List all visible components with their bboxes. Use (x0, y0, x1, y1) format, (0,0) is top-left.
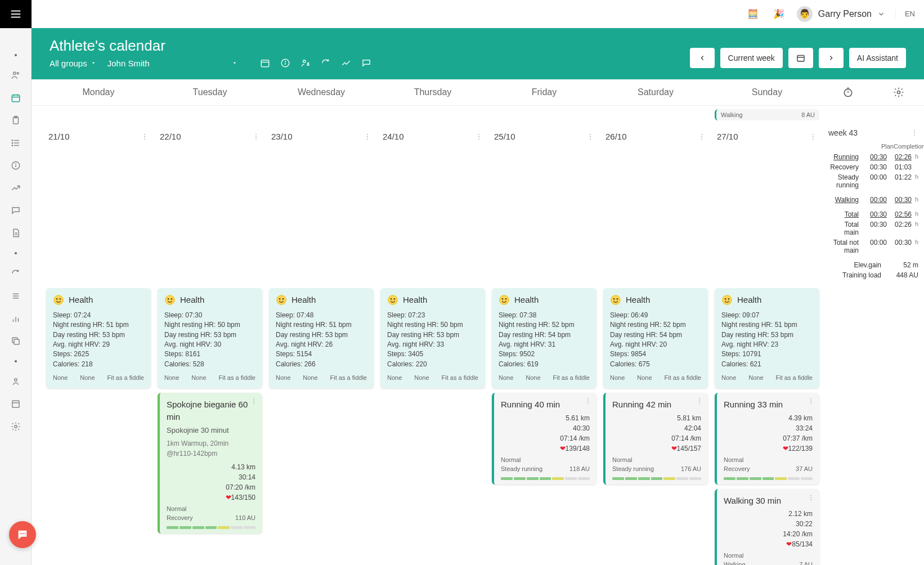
confetti-icon[interactable]: 🎉 (771, 6, 787, 22)
svg-point-77 (60, 298, 61, 300)
chevron-right-icon (827, 54, 835, 62)
nav-separator (15, 54, 17, 56)
nav-list-icon[interactable] (9, 136, 23, 150)
day-menu-icon[interactable] (475, 133, 483, 141)
card-menu-icon[interactable] (250, 397, 258, 405)
health-card[interactable]: HealthSleep: 07:48Night resting HR: 51 b… (269, 288, 374, 388)
activity-card[interactable]: Spokojne bieganie 60 minSpokojnie 30 min… (158, 393, 262, 533)
day-menu-icon[interactable] (698, 133, 706, 141)
health-title: Health (403, 294, 427, 306)
health-calories: Calories: 675 (610, 360, 701, 369)
nav-settings-icon[interactable] (9, 420, 23, 433)
svg-point-70 (813, 136, 814, 137)
svg-rect-45 (797, 55, 804, 61)
share-athlete-icon[interactable] (300, 58, 311, 68)
svg-point-88 (391, 298, 392, 300)
health-day-hr: Day resting HR: 53 bpm (53, 330, 144, 340)
health-calories: Calories: 266 (276, 360, 367, 369)
health-steps: Steps: 3405 (387, 349, 478, 359)
day-menu-icon[interactable] (252, 133, 260, 141)
current-week-button[interactable]: Current week (720, 48, 783, 68)
health-card[interactable]: HealthSleep: 07:24Night resting HR: 51 b… (46, 288, 151, 388)
group-dropdown[interactable]: All groups (50, 59, 96, 68)
user-menu[interactable]: 👨 Garry Person (797, 6, 885, 22)
card-menu-icon[interactable] (584, 397, 592, 405)
health-card[interactable]: HealthSleep: 07:30Night resting HR: 50 b… (158, 288, 262, 388)
health-card[interactable]: HealthSleep: 09:07Night resting HR: 51 b… (715, 288, 819, 388)
activity-title: Running 40 min (501, 398, 590, 411)
language-selector[interactable]: EN (895, 10, 915, 18)
nav-trend-icon[interactable] (9, 181, 23, 195)
info-icon[interactable] (280, 58, 290, 68)
next-week-button[interactable] (819, 48, 844, 68)
nav-clipboard-icon[interactable] (9, 114, 23, 127)
health-card[interactable]: HealthSleep: 07:23Night resting HR: 50 b… (380, 288, 485, 388)
comment-icon[interactable] (361, 58, 371, 68)
nav-info-icon[interactable] (9, 159, 23, 172)
activity-feel: Normal (724, 456, 750, 465)
activity-card[interactable]: Walking 8 AU (715, 109, 819, 120)
nav-calendar-icon[interactable] (9, 91, 23, 105)
svg-point-104 (728, 298, 730, 300)
gear-icon[interactable] (893, 87, 904, 98)
card-menu-icon[interactable] (807, 494, 815, 501)
nav-person-icon[interactable] (9, 375, 23, 388)
activity-distance: 5.81 km (612, 413, 701, 423)
nav-copy-icon[interactable] (9, 334, 23, 348)
nav-analytics-icon[interactable] (9, 312, 23, 325)
calendar-picker-button[interactable] (788, 48, 813, 68)
hamburger-menu[interactable] (0, 0, 32, 28)
nav-athletes-icon[interactable] (9, 69, 23, 82)
svg-point-29 (14, 379, 17, 382)
activity-card[interactable]: Walking 30 min2.12 km30:2214:20 /km❤85/1… (715, 489, 819, 565)
nav-chat-icon[interactable] (9, 204, 23, 217)
day-menu-icon[interactable] (586, 133, 594, 141)
health-title: Health (291, 294, 316, 306)
summary-row-label: Running (828, 153, 862, 161)
activity-load: 7 AU (799, 560, 813, 565)
date-label: 25/10 (494, 132, 515, 141)
support-chat-button[interactable] (9, 521, 36, 548)
stopwatch-icon[interactable] (842, 87, 854, 98)
nav-list2-icon[interactable] (9, 289, 23, 303)
health-sleep: Sleep: 07:48 (276, 311, 367, 320)
day-menu-icon[interactable] (364, 133, 371, 141)
calendar-header: Athlete's calendar All groups John Smith (32, 28, 924, 79)
athlete-dropdown[interactable]: John Smith (107, 59, 237, 68)
jump-to-date-icon[interactable] (260, 58, 270, 68)
activity-feel: Normal (724, 551, 746, 560)
activity-time: 33:24 (724, 423, 813, 433)
week-menu-icon[interactable] (910, 129, 918, 137)
health-card[interactable]: HealthSleep: 07:38Night resting HR: 52 b… (492, 288, 596, 388)
svg-point-85 (279, 298, 281, 300)
health-night-hr: Night resting HR: 50 bpm (164, 320, 255, 330)
nav-document-icon[interactable] (9, 226, 23, 240)
activity-card[interactable]: Running 42 min5.81 km42:0407:14 /km❤145/… (603, 393, 708, 485)
health-night-hr: Night resting HR: 52 bpm (610, 320, 701, 330)
ai-assistant-button[interactable]: AI Assistant (849, 48, 906, 68)
refresh-icon[interactable] (321, 58, 331, 68)
health-card[interactable]: HealthSleep: 06:49Night resting HR: 52 b… (603, 288, 708, 388)
chart-icon[interactable] (341, 58, 351, 68)
nav-template-icon[interactable] (9, 397, 23, 411)
dow-sat: Saturday (600, 79, 711, 105)
day-menu-icon[interactable] (809, 133, 817, 141)
activity-card[interactable]: Running 40 min5.61 km40:3007:14 /km❤139/… (492, 393, 596, 485)
calculator-icon[interactable]: 🧮 (745, 6, 761, 22)
svg-point-65 (590, 138, 591, 140)
date-label: 22/10 (160, 132, 181, 141)
calendar-body[interactable]: Walking 8 AU 21/1022/1023/1024/1025/1026… (32, 106, 924, 565)
svg-rect-36 (261, 60, 269, 67)
calendar-icon (796, 53, 805, 62)
svg-point-92 (505, 298, 507, 300)
day-menu-icon[interactable] (141, 133, 149, 141)
date-label: 21/10 (48, 132, 70, 141)
card-menu-icon[interactable] (807, 397, 815, 405)
svg-point-66 (701, 133, 702, 134)
prev-week-button[interactable] (690, 48, 715, 68)
activity-card[interactable]: Running 33 min4.39 km33:2407:37 /km❤122/… (715, 393, 819, 485)
card-menu-icon[interactable] (696, 397, 703, 405)
nav-refresh-icon[interactable] (9, 267, 23, 280)
chevron-down-icon (877, 10, 885, 18)
svg-point-84 (277, 295, 286, 305)
